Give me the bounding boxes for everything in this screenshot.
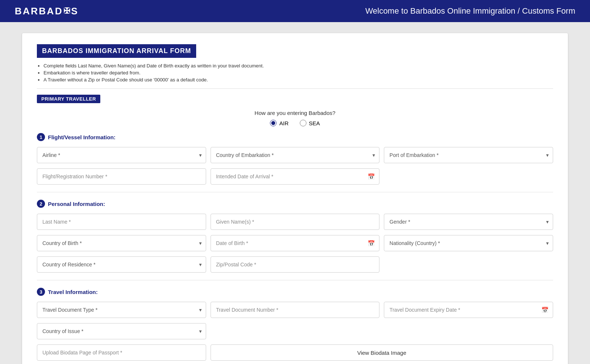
- primary-traveller-badge: PRIMARY TRAVELLER: [37, 95, 100, 103]
- country-embarkation-field: Country of Embarkation *: [211, 147, 380, 163]
- logo-text2: S: [71, 6, 79, 17]
- flight-section-header: 1 Flight/Vessel Information:: [37, 133, 553, 141]
- personal-row-2: Country of Birth * 📅 Nationality (Countr…: [37, 235, 553, 251]
- flight-section-label: Flight/Vessel Information:: [48, 134, 115, 140]
- flight-row-1: Airline * Country of Embarkation * Port …: [37, 147, 553, 163]
- personal-row-3: Country of Residence *: [37, 256, 553, 273]
- instruction-3: A Traveller without a Zip or Postal Code…: [44, 77, 553, 83]
- date-birth-input[interactable]: [211, 235, 380, 251]
- doc-expiry-field: 📅: [384, 302, 553, 318]
- airline-field: Airline *: [37, 147, 206, 163]
- gender-field: Gender *: [384, 214, 553, 230]
- arrival-date-field: 📅: [211, 168, 380, 185]
- travel-row-2: Country of Issue *: [37, 323, 553, 339]
- flight-number-field: [37, 168, 206, 185]
- travel-row-1: Travel Document Type * 📅: [37, 302, 553, 318]
- travel-section-header: 3 Travel Information:: [37, 288, 553, 296]
- personal-section-number: 2: [37, 200, 45, 208]
- country-residence-field: Country of Residence *: [37, 256, 206, 273]
- section-divider-2: [37, 280, 553, 280]
- country-embarkation-select[interactable]: Country of Embarkation *: [211, 147, 380, 163]
- zip-code-field: [211, 256, 380, 273]
- personal-row-1: Gender *: [37, 214, 553, 230]
- radio-sea[interactable]: [300, 120, 306, 126]
- view-biodata-button[interactable]: View Biodata Image: [211, 344, 553, 361]
- nationality-field: Nationality (Country) *: [384, 235, 553, 251]
- travel-row-3: View Biodata Image: [37, 344, 553, 361]
- radio-air-label[interactable]: AIR: [270, 120, 288, 126]
- doc-type-field: Travel Document Type *: [37, 302, 206, 318]
- page-title: Welcome to Barbados Online Immigration /…: [365, 6, 575, 16]
- form-card: BARBADOS IMMIGRATION ARRIVAL FORM Comple…: [22, 33, 568, 364]
- zip-code-input[interactable]: [211, 256, 380, 273]
- radio-sea-text: SEA: [309, 120, 320, 126]
- form-title: BARBADOS IMMIGRATION ARRIVAL FORM: [37, 44, 196, 58]
- flight-number-input[interactable]: [37, 168, 206, 185]
- gender-select[interactable]: Gender *: [384, 214, 553, 230]
- instructions-list: Complete fields Last Name, Given Name(s)…: [37, 63, 553, 83]
- upload-biodata-input[interactable]: [37, 344, 206, 361]
- instruction-2: Embarkation is where traveller departed …: [44, 70, 553, 76]
- last-name-field: [37, 214, 206, 230]
- logo-text: BARBAD: [15, 6, 63, 17]
- travel-section-number: 3: [37, 288, 45, 296]
- doc-number-field: [211, 302, 380, 318]
- personal-section-header: 2 Personal Information:: [37, 200, 553, 208]
- radio-sea-label[interactable]: SEA: [300, 120, 320, 126]
- main-content: BARBADOS IMMIGRATION ARRIVAL FORM Comple…: [0, 22, 590, 364]
- country-birth-select[interactable]: Country of Birth *: [37, 235, 206, 251]
- arrival-date-input[interactable]: [211, 168, 380, 185]
- section-divider-1: [37, 192, 553, 192]
- flight-row-2: 📅: [37, 168, 553, 185]
- instruction-1: Complete fields Last Name, Given Name(s)…: [44, 63, 553, 69]
- page-header: BARBAD✠S Welcome to Barbados Online Immi…: [0, 0, 590, 22]
- divider-1: [37, 88, 553, 89]
- last-name-input[interactable]: [37, 214, 206, 230]
- country-issue-field: Country of Issue *: [37, 323, 206, 339]
- doc-number-input[interactable]: [211, 302, 380, 318]
- given-names-field: [211, 214, 380, 230]
- country-issue-select[interactable]: Country of Issue *: [37, 323, 206, 339]
- port-embarkation-field: Port of Embarkation *: [384, 147, 553, 163]
- logo: BARBAD✠S: [15, 6, 79, 17]
- port-embarkation-select[interactable]: Port of Embarkation *: [384, 147, 553, 163]
- airline-select[interactable]: Airline *: [37, 147, 206, 163]
- doc-expiry-input[interactable]: [384, 302, 553, 318]
- date-birth-field: 📅: [211, 235, 380, 251]
- view-biodata-field: View Biodata Image: [211, 344, 553, 361]
- travel-section-label: Travel Information:: [48, 289, 98, 295]
- entry-question-block: How are you entering Barbados? AIR SEA: [37, 110, 553, 126]
- country-birth-field: Country of Birth *: [37, 235, 206, 251]
- country-residence-select[interactable]: Country of Residence *: [37, 256, 206, 273]
- flight-section-number: 1: [37, 133, 45, 141]
- entry-radio-group: AIR SEA: [37, 120, 553, 126]
- given-names-input[interactable]: [211, 214, 380, 230]
- nationality-select[interactable]: Nationality (Country) *: [384, 235, 553, 251]
- radio-air[interactable]: [270, 120, 277, 126]
- upload-biodata-field: [37, 344, 206, 361]
- entry-question-text: How are you entering Barbados?: [37, 110, 553, 116]
- personal-section-label: Personal Information:: [48, 201, 105, 207]
- logo-trident-icon: ✠: [63, 6, 71, 16]
- radio-air-text: AIR: [279, 120, 288, 126]
- doc-type-select[interactable]: Travel Document Type *: [37, 302, 206, 318]
